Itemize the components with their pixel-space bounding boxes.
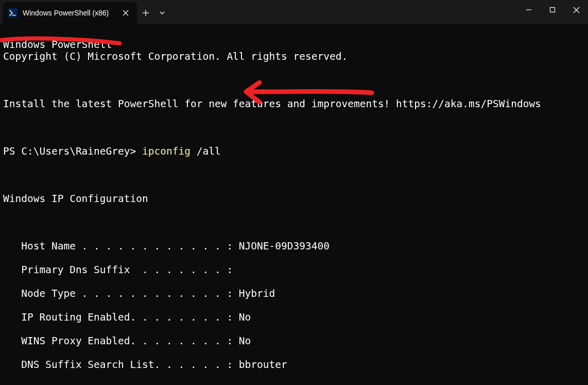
terminal-output[interactable]: Windows PowerShellCopyright (C) Microsof… xyxy=(0,24,588,385)
close-icon xyxy=(123,10,129,16)
command-name: ipconfig xyxy=(142,145,191,157)
output-row: WINS Proxy Enabled. . . . . . . . : No xyxy=(3,335,585,347)
command-args: /all xyxy=(191,145,221,157)
banner-line: Copyright (C) Microsoft Corporation. All… xyxy=(3,51,585,62)
plus-icon xyxy=(142,9,149,16)
blank-line xyxy=(3,382,585,385)
window-controls xyxy=(517,0,588,20)
output-row: Primary Dns Suffix . . . . . . . : xyxy=(3,264,585,276)
output-row: Node Type . . . . . . . . . . . . : Hybr… xyxy=(3,288,585,299)
banner-line: Windows PowerShell xyxy=(3,39,585,51)
output-row: DNS Suffix Search List. . . . . . : bbro… xyxy=(3,359,585,371)
maximize-button[interactable] xyxy=(541,0,564,20)
prompt-line: PS C:\Users\RaineGrey> ipconfig /all xyxy=(3,145,585,157)
window-close-button[interactable] xyxy=(564,0,588,20)
tab-close-button[interactable] xyxy=(120,8,131,18)
blank-line xyxy=(3,169,585,181)
maximize-icon xyxy=(549,7,556,13)
close-icon xyxy=(573,7,580,13)
chevron-down-icon xyxy=(159,10,165,16)
blank-line xyxy=(3,216,585,228)
new-tab-button[interactable] xyxy=(137,2,154,24)
output-row: IP Routing Enabled. . . . . . . . : No xyxy=(3,311,585,323)
minimize-icon xyxy=(526,7,532,13)
minimize-button[interactable] xyxy=(517,0,541,20)
powershell-icon xyxy=(8,8,18,18)
titlebar: Windows PowerShell (x86) xyxy=(0,0,588,24)
blank-line xyxy=(3,122,585,133)
blank-line xyxy=(3,74,585,86)
output-row: Host Name . . . . . . . . . . . . : NJON… xyxy=(3,240,585,252)
tab-dropdown-button[interactable] xyxy=(154,2,170,24)
tab-powershell[interactable]: Windows PowerShell (x86) xyxy=(3,2,137,24)
svg-rect-0 xyxy=(8,8,18,18)
svg-rect-7 xyxy=(550,8,555,12)
prompt: PS C:\Users\RaineGrey> xyxy=(3,145,142,157)
install-msg: Install the latest PowerShell for new fe… xyxy=(3,98,585,110)
section-header: Windows IP Configuration xyxy=(3,193,585,205)
tab-title: Windows PowerShell (x86) xyxy=(23,9,120,17)
